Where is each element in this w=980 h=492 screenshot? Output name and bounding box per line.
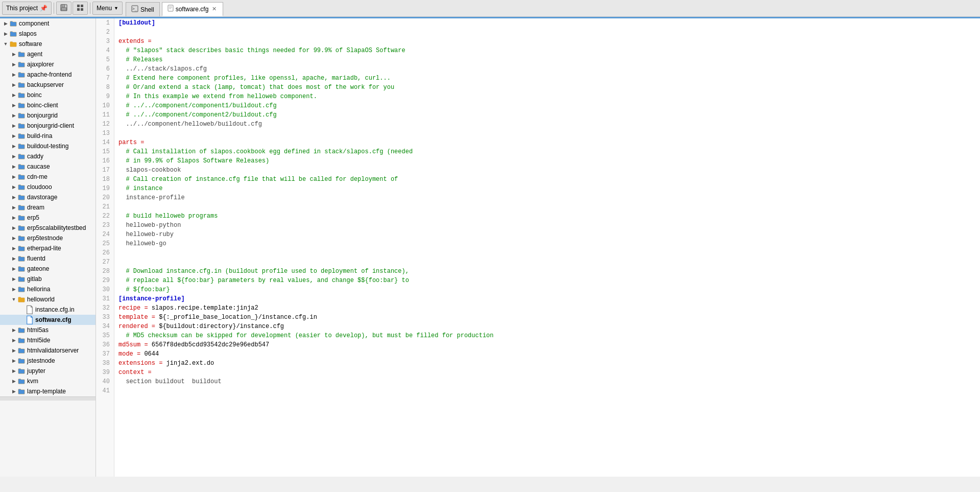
code-editor[interactable]: 1234567891011121314151617181920212223242… bbox=[96, 18, 980, 477]
tree-label-html5ide: html5ide bbox=[27, 337, 50, 344]
code-line-10: # ../../component/component1/buildout.cf… bbox=[118, 101, 976, 110]
tree-item-apache-frontend[interactable]: apache-frontend bbox=[0, 69, 95, 80]
code-line-5: # Releases bbox=[118, 55, 976, 64]
tree-item-ajaxplorer[interactable]: ajaxplorer bbox=[0, 59, 95, 69]
tree-item-helloworld[interactable]: helloworld bbox=[0, 294, 95, 304]
toolbar: This project 📌 Menu ▼ bbox=[0, 0, 980, 17]
folder-icon-apache-frontend bbox=[17, 71, 26, 79]
tree-item-bonjourgrid-client[interactable]: bonjourgrid-client bbox=[0, 121, 95, 131]
tree-arrow-build-rina bbox=[10, 132, 17, 139]
shell-tab-icon: >_ bbox=[131, 5, 138, 14]
code-line-23: helloweb-python bbox=[118, 221, 976, 230]
tree-item-hellorina[interactable]: hellorina bbox=[0, 284, 95, 294]
line-num-29: 29 bbox=[100, 276, 110, 285]
line-num-27: 27 bbox=[100, 257, 110, 267]
tree-item-boinc[interactable]: boinc bbox=[0, 90, 95, 100]
tree-item-bonjourgrid[interactable]: bonjourgrid bbox=[0, 110, 95, 121]
tree-item-component[interactable]: component bbox=[0, 18, 95, 29]
code-line-29: # replace all ${foo:bar} parameters by r… bbox=[118, 276, 976, 285]
save-icon bbox=[60, 4, 67, 13]
tree-item-slapos[interactable]: slapos bbox=[0, 29, 95, 39]
toolbar-separator-2 bbox=[90, 3, 90, 14]
tree-label-erp5testnode: erp5testnode bbox=[27, 235, 63, 242]
save-button[interactable] bbox=[56, 2, 71, 15]
tab-software-cfg[interactable]: software.cfg ✕ bbox=[162, 2, 224, 16]
tree-item-gitlab[interactable]: gitlab bbox=[0, 274, 95, 284]
tree-item-cloudooo[interactable]: cloudooo bbox=[0, 182, 95, 192]
line-num-5: 5 bbox=[100, 55, 110, 64]
tree-item-backupserver[interactable]: backupserver bbox=[0, 80, 95, 90]
tree-item-jupyter[interactable]: jupyter bbox=[0, 366, 95, 376]
tree-item-cdn-me[interactable]: cdn-me bbox=[0, 172, 95, 182]
tree-item-instance-cfg-in[interactable]: instance.cfg.in bbox=[0, 304, 95, 315]
menu-button[interactable]: Menu ▼ bbox=[92, 2, 123, 15]
shell-tab-label: Shell bbox=[140, 6, 154, 13]
tree-item-agent[interactable]: agent bbox=[0, 49, 95, 59]
folder-icon-html5as bbox=[17, 326, 26, 334]
tree-arrow-lamp-template bbox=[10, 388, 17, 395]
tree-item-gateone[interactable]: gateone bbox=[0, 264, 95, 274]
code-line-26 bbox=[118, 248, 976, 257]
tree-item-jstestnode[interactable]: jstestnode bbox=[0, 356, 95, 366]
tree-item-software-cfg-file[interactable]: software.cfg bbox=[0, 315, 95, 325]
tree-item-fluentd[interactable]: fluentd bbox=[0, 253, 95, 264]
folder-icon-bonjourgrid bbox=[17, 111, 26, 120]
editor-content: 1234567891011121314151617181920212223242… bbox=[96, 18, 980, 477]
code-line-41 bbox=[118, 386, 976, 395]
tree-item-build-rina[interactable]: build-rina bbox=[0, 131, 95, 141]
svg-rect-3 bbox=[77, 5, 80, 7]
grid-button[interactable] bbox=[73, 2, 88, 15]
line-num-20: 20 bbox=[100, 193, 110, 202]
tree-item-lamp-template[interactable]: lamp-template bbox=[0, 386, 95, 396]
line-num-37: 37 bbox=[100, 349, 110, 359]
main-layout: component slapos software agent ajaxplor… bbox=[0, 18, 980, 477]
tab-shell[interactable]: >_ Shell bbox=[126, 2, 160, 16]
tree-label-software: software bbox=[19, 40, 42, 48]
tree-label-html5as: html5as bbox=[27, 326, 49, 334]
line-num-11: 11 bbox=[100, 110, 110, 120]
line-num-36: 36 bbox=[100, 340, 110, 349]
line-num-18: 18 bbox=[100, 175, 110, 184]
tree-item-buildout-testing[interactable]: buildout-testing bbox=[0, 141, 95, 151]
code-area[interactable]: [buildout]extends = # "slapos" stack des… bbox=[114, 18, 980, 477]
code-line-38: extensions = jinja2.ext.do bbox=[118, 359, 976, 368]
tree-item-boinc-client[interactable]: boinc-client bbox=[0, 100, 95, 110]
tree-item-etherpad-lite[interactable]: etherpad-lite bbox=[0, 243, 95, 253]
tree-item-htmlvalidatorserver[interactable]: htmlvalidatorserver bbox=[0, 345, 95, 356]
menu-arrow-icon: ▼ bbox=[114, 6, 118, 11]
tab-close-button[interactable]: ✕ bbox=[210, 6, 218, 13]
folder-icon-cdn-me bbox=[17, 173, 26, 181]
tree-label-dream: dream bbox=[27, 204, 44, 211]
tree-label-apache-frontend: apache-frontend bbox=[27, 71, 71, 78]
tree-item-html5as[interactable]: html5as bbox=[0, 325, 95, 335]
tree-item-software[interactable]: software bbox=[0, 39, 95, 49]
sidebar-scrollbar[interactable] bbox=[0, 396, 95, 401]
tree-label-boinc-client: boinc-client bbox=[27, 102, 58, 109]
tree-arrow-gateone bbox=[10, 265, 17, 272]
code-line-12: ../../component/helloweb/buildout.cfg bbox=[118, 120, 976, 129]
tree-item-dream[interactable]: dream bbox=[0, 202, 95, 213]
line-num-12: 12 bbox=[100, 120, 110, 129]
this-project-button[interactable]: This project 📌 bbox=[2, 2, 52, 15]
tree-label-fluentd: fluentd bbox=[27, 255, 45, 262]
folder-icon-jstestnode bbox=[17, 357, 26, 365]
software-cfg-tab-icon bbox=[168, 5, 174, 13]
tree-item-erp5[interactable]: erp5 bbox=[0, 213, 95, 223]
tree-label-backupserver: backupserver bbox=[27, 81, 64, 88]
file-tree-sidebar[interactable]: component slapos software agent ajaxplor… bbox=[0, 18, 96, 477]
tree-item-kvm[interactable]: kvm bbox=[0, 376, 95, 386]
tree-item-erp5scalabilitytestbed[interactable]: erp5scalabilitytestbed bbox=[0, 223, 95, 233]
line-num-8: 8 bbox=[100, 83, 110, 92]
toolbar-separator-1 bbox=[54, 3, 54, 14]
tree-item-caucase[interactable]: caucase bbox=[0, 161, 95, 172]
tree-label-cdn-me: cdn-me bbox=[27, 173, 47, 180]
tree-arrow-dream bbox=[10, 204, 17, 211]
line-num-10: 10 bbox=[100, 101, 110, 110]
code-line-3: extends = bbox=[118, 37, 976, 46]
tree-item-erp5testnode[interactable]: erp5testnode bbox=[0, 233, 95, 243]
code-line-17: slapos-cookbook bbox=[118, 166, 976, 175]
tree-item-davstorage[interactable]: davstorage bbox=[0, 192, 95, 202]
tree-item-html5ide[interactable]: html5ide bbox=[0, 335, 95, 345]
tree-item-caddy[interactable]: caddy bbox=[0, 151, 95, 161]
tree-label-htmlvalidatorserver: htmlvalidatorserver bbox=[27, 347, 79, 354]
